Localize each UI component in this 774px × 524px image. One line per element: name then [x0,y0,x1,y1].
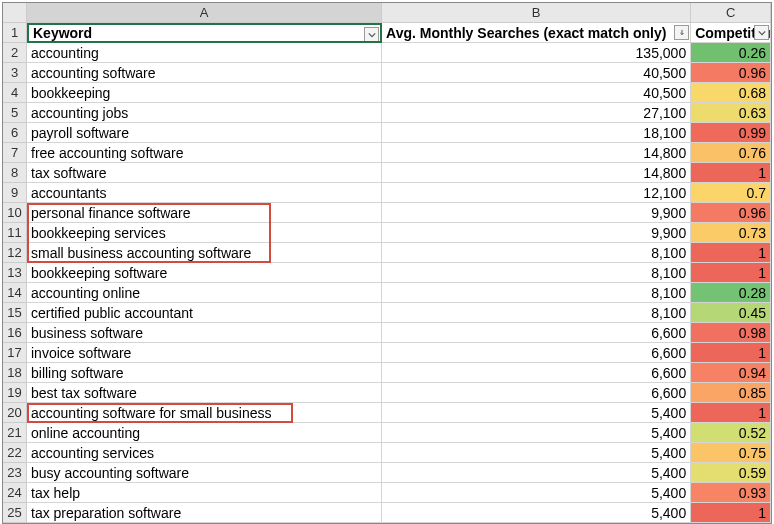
row-header[interactable]: 23 [3,463,27,483]
row-header[interactable]: 22 [3,443,27,463]
row-header[interactable]: 21 [3,423,27,443]
keyword-cell[interactable]: accounting software for small business [27,403,382,423]
keyword-cell[interactable]: online accounting [27,423,382,443]
header-searches-cell[interactable]: Avg. Monthly Searches (exact match only) [382,23,691,43]
keyword-cell[interactable]: invoice software [27,343,382,363]
keyword-cell[interactable]: accounting services [27,443,382,463]
competition-cell[interactable]: 1 [691,163,771,183]
competition-cell[interactable]: 1 [691,243,771,263]
keyword-cell[interactable]: busy accounting software [27,463,382,483]
filter-button[interactable] [364,27,379,42]
row-header[interactable]: 24 [3,483,27,503]
competition-cell[interactable]: 0.59 [691,463,771,483]
searches-cell[interactable]: 5,400 [382,403,691,423]
row-header[interactable]: 17 [3,343,27,363]
keyword-cell[interactable]: accounting [27,43,382,63]
searches-cell[interactable]: 18,100 [382,123,691,143]
keyword-cell[interactable]: bookkeeping [27,83,382,103]
competition-cell[interactable]: 1 [691,503,771,523]
row-header[interactable]: 15 [3,303,27,323]
row-header[interactable]: 9 [3,183,27,203]
searches-cell[interactable]: 5,400 [382,443,691,463]
searches-cell[interactable]: 9,900 [382,203,691,223]
searches-cell[interactable]: 135,000 [382,43,691,63]
searches-cell[interactable]: 40,500 [382,83,691,103]
competition-cell[interactable]: 0.7 [691,183,771,203]
competition-cell[interactable]: 0.68 [691,83,771,103]
searches-cell[interactable]: 8,100 [382,243,691,263]
keyword-cell[interactable]: billing software [27,363,382,383]
competition-cell[interactable]: 0.52 [691,423,771,443]
searches-cell[interactable]: 9,900 [382,223,691,243]
competition-cell[interactable]: 0.73 [691,223,771,243]
keyword-cell[interactable]: bookkeeping services [27,223,382,243]
searches-cell[interactable]: 5,400 [382,483,691,503]
competition-cell[interactable]: 0.85 [691,383,771,403]
row-header[interactable]: 14 [3,283,27,303]
row-header[interactable]: 8 [3,163,27,183]
row-header[interactable]: 18 [3,363,27,383]
competition-cell[interactable]: 0.76 [691,143,771,163]
select-all-corner[interactable] [3,3,27,23]
filter-button[interactable] [674,25,689,40]
competition-cell[interactable]: 0.75 [691,443,771,463]
competition-cell[interactable]: 0.28 [691,283,771,303]
row-header[interactable]: 19 [3,383,27,403]
row-header[interactable]: 25 [3,503,27,523]
searches-cell[interactable]: 14,800 [382,143,691,163]
keyword-cell[interactable]: best tax software [27,383,382,403]
row-header[interactable]: 11 [3,223,27,243]
competition-cell[interactable]: 0.96 [691,203,771,223]
header-keyword-cell[interactable]: Keyword [27,23,382,43]
row-header[interactable]: 3 [3,63,27,83]
competition-cell[interactable]: 0.98 [691,323,771,343]
searches-cell[interactable]: 6,600 [382,323,691,343]
row-header[interactable]: 16 [3,323,27,343]
column-header-a[interactable]: A [27,3,382,23]
keyword-cell[interactable]: accounting software [27,63,382,83]
keyword-cell[interactable]: accountants [27,183,382,203]
keyword-cell[interactable]: accounting jobs [27,103,382,123]
keyword-cell[interactable]: payroll software [27,123,382,143]
keyword-cell[interactable]: tax preparation software [27,503,382,523]
keyword-cell[interactable]: accounting online [27,283,382,303]
searches-cell[interactable]: 40,500 [382,63,691,83]
searches-cell[interactable]: 5,400 [382,503,691,523]
searches-cell[interactable]: 14,800 [382,163,691,183]
competition-cell[interactable]: 0.96 [691,63,771,83]
searches-cell[interactable]: 8,100 [382,283,691,303]
row-header[interactable]: 2 [3,43,27,63]
row-header[interactable]: 5 [3,103,27,123]
competition-cell[interactable]: 1 [691,403,771,423]
competition-cell[interactable]: 0.45 [691,303,771,323]
row-header[interactable]: 12 [3,243,27,263]
keyword-cell[interactable]: certified public accountant [27,303,382,323]
row-header[interactable]: 7 [3,143,27,163]
searches-cell[interactable]: 6,600 [382,383,691,403]
keyword-cell[interactable]: personal finance software [27,203,382,223]
searches-cell[interactable]: 5,400 [382,423,691,443]
header-competition-cell[interactable]: Competition [691,23,771,43]
searches-cell[interactable]: 6,600 [382,343,691,363]
keyword-cell[interactable]: tax help [27,483,382,503]
competition-cell[interactable]: 1 [691,263,771,283]
row-header[interactable]: 6 [3,123,27,143]
competition-cell[interactable]: 1 [691,343,771,363]
searches-cell[interactable]: 5,400 [382,463,691,483]
column-header-b[interactable]: B [382,3,691,23]
keyword-cell[interactable]: bookkeeping software [27,263,382,283]
row-header[interactable]: 13 [3,263,27,283]
row-header[interactable]: 10 [3,203,27,223]
column-header-c[interactable]: C [691,3,771,23]
keyword-cell[interactable]: small business accounting software [27,243,382,263]
keyword-cell[interactable]: tax software [27,163,382,183]
row-header[interactable]: 20 [3,403,27,423]
competition-cell[interactable]: 0.93 [691,483,771,503]
row-header[interactable]: 1 [3,23,27,43]
searches-cell[interactable]: 6,600 [382,363,691,383]
searches-cell[interactable]: 12,100 [382,183,691,203]
filter-button[interactable] [754,25,769,40]
competition-cell[interactable]: 0.63 [691,103,771,123]
searches-cell[interactable]: 27,100 [382,103,691,123]
row-header[interactable]: 4 [3,83,27,103]
